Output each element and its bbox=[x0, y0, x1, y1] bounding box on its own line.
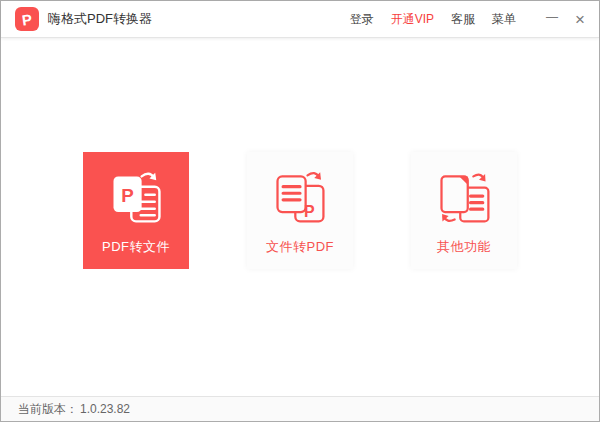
version-value: 1.0.23.82 bbox=[80, 402, 130, 416]
minimize-button[interactable]: — bbox=[546, 11, 558, 23]
menu-item-login[interactable]: 登录 bbox=[350, 11, 374, 28]
pdf-to-file-icon: P bbox=[106, 167, 166, 227]
card-pdf-to-file[interactable]: P PDF转文件 bbox=[83, 152, 189, 269]
card-label: 文件转PDF bbox=[266, 238, 334, 256]
app-title: 嗨格式PDF转换器 bbox=[48, 10, 152, 28]
icon-letter-p: P bbox=[121, 185, 134, 206]
file-to-pdf-icon: P bbox=[270, 167, 330, 227]
titlebar: P 嗨格式PDF转换器 登录 开通VIP 客服 菜单 — × bbox=[1, 1, 599, 38]
app-logo-icon: P bbox=[15, 7, 39, 31]
window-controls: — × bbox=[546, 11, 585, 28]
other-functions-icon bbox=[434, 167, 494, 227]
card-other-functions[interactable]: 其他功能 bbox=[411, 152, 517, 269]
titlebar-menu: 登录 开通VIP 客服 菜单 bbox=[350, 11, 516, 28]
card-file-to-pdf[interactable]: P 文件转PDF bbox=[247, 152, 353, 269]
menu-item-vip[interactable]: 开通VIP bbox=[391, 11, 434, 28]
card-label: PDF转文件 bbox=[102, 238, 170, 256]
card-label: 其他功能 bbox=[437, 238, 491, 256]
feature-cards: P PDF转文件 P 文件转PDF bbox=[1, 152, 599, 269]
version-label: 当前版本： bbox=[18, 401, 78, 418]
close-button[interactable]: × bbox=[575, 11, 585, 28]
menu-item-support[interactable]: 客服 bbox=[451, 11, 475, 28]
main-content: P PDF转文件 P 文件转PDF bbox=[1, 38, 599, 396]
statusbar: 当前版本： 1.0.23.82 bbox=[1, 396, 599, 421]
logo-letter: P bbox=[21, 11, 33, 27]
menu-item-menu[interactable]: 菜单 bbox=[492, 11, 516, 28]
app-window: P 嗨格式PDF转换器 登录 开通VIP 客服 菜单 — × P bbox=[0, 0, 600, 422]
icon-letter-p: P bbox=[304, 203, 315, 220]
